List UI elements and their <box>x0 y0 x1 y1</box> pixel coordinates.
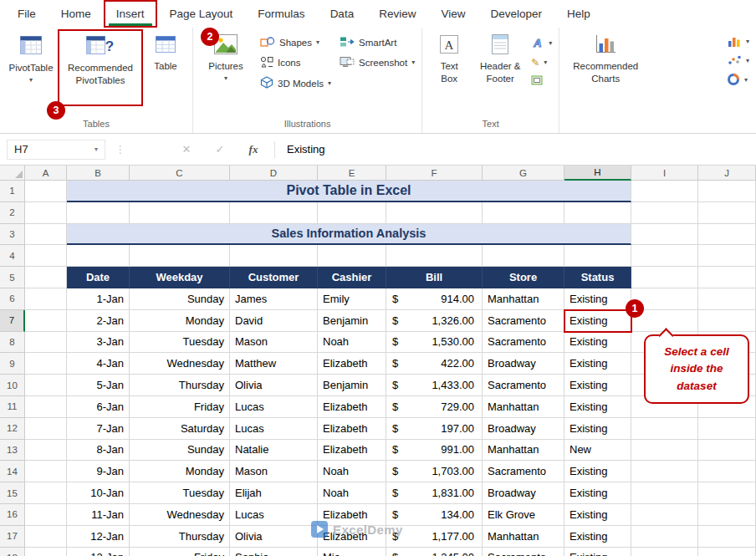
row-header-5[interactable]: 5 <box>0 267 25 288</box>
tab-page-layout[interactable]: Page Layout <box>157 0 246 28</box>
header-footer-button[interactable]: Header & Footer <box>476 29 524 99</box>
tab-view[interactable]: View <box>428 0 478 28</box>
cell-F13[interactable]: $991.00 <box>386 440 483 462</box>
cell-E6[interactable]: Emily <box>318 288 386 310</box>
cell-F7[interactable]: $1,326.00 <box>386 310 483 332</box>
cell-A2[interactable] <box>25 202 67 224</box>
cell-D10[interactable]: Olivia <box>230 375 318 396</box>
cell-H10[interactable]: Existing <box>564 375 631 396</box>
scatter-chart-button[interactable]: ▾ <box>727 54 749 68</box>
cell-H16[interactable]: Existing <box>564 504 631 526</box>
tab-review[interactable]: Review <box>366 0 428 28</box>
cancel-icon[interactable]: ✕ <box>176 143 197 156</box>
header-cell-bill[interactable]: Bill <box>386 267 483 288</box>
cell-J2[interactable] <box>698 202 756 224</box>
header-cell-cashier[interactable]: Cashier <box>318 267 386 288</box>
cell-I2[interactable] <box>631 202 698 224</box>
cell-I4[interactable] <box>631 245 698 267</box>
row-header-6[interactable]: 6 <box>0 288 25 310</box>
3d-models-button[interactable]: 3D Models ▾ <box>260 76 331 90</box>
tab-help[interactable]: Help <box>554 0 603 28</box>
cell-A6[interactable] <box>25 288 67 310</box>
cell-I15[interactable] <box>631 482 698 504</box>
cell-A7[interactable] <box>25 310 67 332</box>
cell-D15[interactable]: Elijah <box>230 482 318 504</box>
tab-home[interactable]: Home <box>49 0 104 28</box>
cell-B14[interactable]: 9-Jan <box>67 461 130 482</box>
cell-B6[interactable]: 1-Jan <box>67 288 130 310</box>
table-button[interactable]: Table <box>146 29 186 99</box>
cell-E4[interactable] <box>318 245 386 267</box>
column-header-F[interactable]: F <box>386 166 483 181</box>
cell-F11[interactable]: $729.00 <box>386 396 483 418</box>
cell-I3[interactable] <box>631 224 698 246</box>
cell-C7[interactable]: Monday <box>130 310 230 332</box>
cell-A10[interactable] <box>25 375 67 396</box>
cell-D18[interactable]: Sophia <box>230 548 318 556</box>
column-chart-button[interactable]: ▾ <box>727 34 749 49</box>
cell-B9[interactable]: 4-Jan <box>67 353 130 375</box>
cell-J6[interactable] <box>698 288 756 310</box>
cell-A3[interactable] <box>25 224 67 246</box>
cell-B13[interactable]: 8-Jan <box>67 440 130 462</box>
cell-E18[interactable]: Mia <box>318 548 386 556</box>
cell-I5[interactable] <box>631 267 698 288</box>
cell-D17[interactable]: Olivia <box>230 526 318 548</box>
cell-F15[interactable]: $1,831.00 <box>386 482 483 504</box>
formula-bar-grip[interactable]: ⋮ <box>115 144 124 156</box>
cell-I16[interactable] <box>631 504 698 526</box>
cell-B17[interactable]: 12-Jan <box>67 526 130 548</box>
cell-E13[interactable]: Elizabeth <box>318 440 386 462</box>
tab-data[interactable]: Data <box>318 0 367 28</box>
cell-D14[interactable]: Mason <box>230 461 318 482</box>
cell-D2[interactable] <box>230 202 318 224</box>
cell-F9[interactable]: $422.00 <box>386 353 483 375</box>
signature-line-button[interactable]: ✎ ▾ <box>531 57 552 69</box>
cell-A12[interactable] <box>25 418 67 440</box>
cell-C12[interactable]: Saturday <box>130 418 230 440</box>
cell-D16[interactable]: Lucas <box>230 504 318 526</box>
cell-A5[interactable] <box>25 267 67 288</box>
cell-E12[interactable]: Elizabeth <box>318 418 386 440</box>
cell-C15[interactable]: Tuesday <box>130 482 230 504</box>
cell-J12[interactable] <box>698 418 756 440</box>
cell-E2[interactable] <box>318 202 386 224</box>
cell-C2[interactable] <box>130 202 230 224</box>
cell-D11[interactable]: Lucas <box>230 396 318 418</box>
tab-formulas[interactable]: Formulas <box>245 0 317 28</box>
cell-J14[interactable] <box>698 461 756 482</box>
cell-D13[interactable]: Natalie <box>230 440 318 462</box>
cell-H18[interactable]: Existing <box>564 548 631 556</box>
cell-F10[interactable]: $1,433.00 <box>386 375 483 396</box>
cell-J18[interactable] <box>698 548 756 556</box>
name-box[interactable]: H7 ▾ <box>7 140 105 160</box>
cell-E7[interactable]: Benjamin <box>318 310 386 332</box>
row-header-16[interactable]: 16 <box>0 504 25 526</box>
object-button[interactable] <box>531 75 552 87</box>
cell-C13[interactable]: Sunday <box>130 440 230 462</box>
cell-C8[interactable]: Tuesday <box>130 332 230 354</box>
cell-H12[interactable]: Existing <box>564 418 631 440</box>
column-header-I[interactable]: I <box>631 166 698 181</box>
cell-G4[interactable] <box>483 245 564 267</box>
tab-file[interactable]: File <box>5 0 49 28</box>
cell-F18[interactable]: $1,245.00 <box>386 548 483 556</box>
cell-H2[interactable] <box>564 202 631 224</box>
cell-E15[interactable]: Noah <box>318 482 386 504</box>
cell-A9[interactable] <box>25 353 67 375</box>
cell-D4[interactable] <box>230 245 318 267</box>
cell-D9[interactable]: Matthew <box>230 353 318 375</box>
row-header-8[interactable]: 8 <box>0 332 25 354</box>
cell-E8[interactable]: Noah <box>318 332 386 354</box>
cell-G8[interactable]: Sacramento <box>483 332 564 354</box>
cell-A1[interactable] <box>25 181 67 202</box>
cell-A15[interactable] <box>25 482 67 504</box>
row-header-14[interactable]: 14 <box>0 461 25 482</box>
cell-A4[interactable] <box>25 245 67 267</box>
enter-icon[interactable]: ✓ <box>209 143 231 156</box>
row-header-4[interactable]: 4 <box>0 245 25 267</box>
cell-H11[interactable]: Existing <box>564 396 631 418</box>
cell-F2[interactable] <box>386 202 483 224</box>
tab-developer[interactable]: Developer <box>478 0 554 28</box>
column-header-B[interactable]: B <box>67 166 130 181</box>
